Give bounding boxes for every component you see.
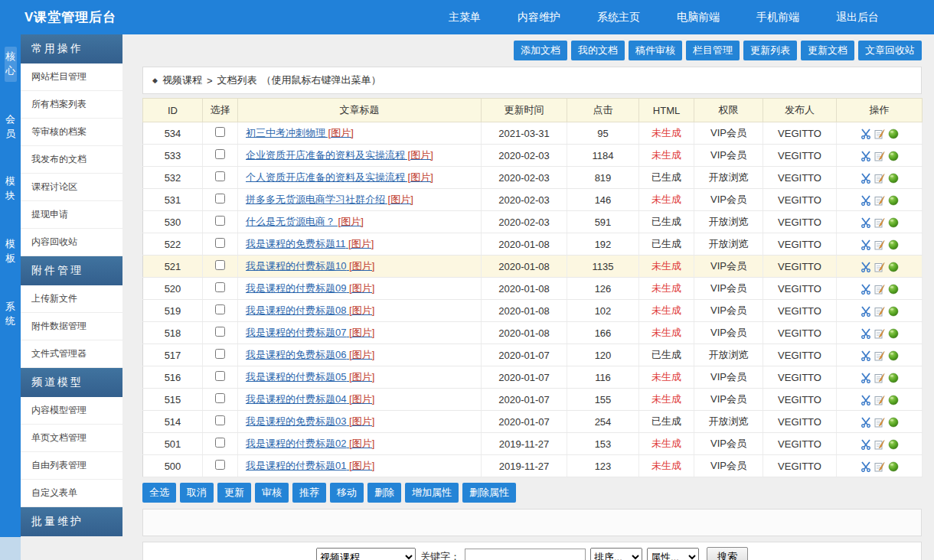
- rail-item[interactable]: 会员: [5, 109, 17, 145]
- channel-select[interactable]: 视频课程: [316, 548, 416, 560]
- article-title-link[interactable]: 我是课程的免费标题06 [图片]: [246, 349, 374, 360]
- row-checkbox[interactable]: [215, 171, 225, 181]
- sidebar-section-title[interactable]: 附件管理: [21, 256, 122, 285]
- edit-icon[interactable]: [874, 439, 885, 450]
- sidebar-item[interactable]: 附件数据管理: [21, 313, 122, 340]
- sidebar-section-title[interactable]: 频道模型: [21, 368, 122, 397]
- batch-action-button[interactable]: 移动: [330, 483, 364, 503]
- quick-edit-icon[interactable]: [861, 306, 871, 317]
- topnav-item[interactable]: 电脑前端: [677, 11, 720, 24]
- topnav-item[interactable]: 退出后台: [836, 11, 879, 24]
- sidebar-item[interactable]: 提现申请: [21, 201, 122, 229]
- row-checkbox[interactable]: [215, 438, 225, 448]
- topnav-item[interactable]: 内容维护: [518, 11, 560, 24]
- row-checkbox[interactable]: [215, 415, 225, 425]
- edit-icon[interactable]: [874, 306, 885, 317]
- quick-edit-icon[interactable]: [861, 217, 871, 228]
- batch-action-button[interactable]: 更新: [217, 483, 251, 503]
- toolbar-button[interactable]: 更新列表: [743, 41, 797, 60]
- preview-icon[interactable]: [888, 173, 899, 184]
- preview-icon[interactable]: [888, 151, 899, 161]
- sidebar-item[interactable]: 上传新文件: [21, 285, 122, 313]
- row-checkbox[interactable]: [215, 349, 225, 359]
- quick-edit-icon[interactable]: [861, 461, 871, 472]
- article-title-link[interactable]: 拼多多无货源电商学习社群介绍 [图片]: [246, 194, 413, 205]
- row-checkbox[interactable]: [215, 238, 225, 248]
- edit-icon[interactable]: [874, 350, 885, 361]
- toolbar-button[interactable]: 更新文档: [801, 41, 854, 60]
- preview-icon[interactable]: [888, 461, 899, 472]
- sidebar-section-title[interactable]: 常用操作: [21, 34, 122, 63]
- edit-icon[interactable]: [874, 328, 885, 339]
- row-checkbox[interactable]: [215, 282, 225, 292]
- batch-action-button[interactable]: 推荐: [292, 483, 326, 503]
- batch-action-button[interactable]: 取消: [180, 483, 214, 503]
- rail-item[interactable]: 模块: [5, 171, 17, 207]
- article-title-link[interactable]: 我是课程的付费标题01 [图片]: [246, 460, 374, 471]
- breadcrumb-channel[interactable]: 视频课程: [162, 73, 202, 87]
- sidebar-item[interactable]: 文件式管理器: [21, 340, 122, 368]
- quick-edit-icon[interactable]: [861, 439, 871, 450]
- batch-action-button[interactable]: 增加属性: [405, 483, 459, 503]
- article-title-link[interactable]: 我是课程的付费标题02 [图片]: [246, 438, 374, 449]
- toolbar-button[interactable]: 文章回收站: [858, 41, 922, 60]
- row-checkbox[interactable]: [215, 460, 225, 470]
- article-title-link[interactable]: 什么是无货源电商？ [图片]: [246, 216, 364, 227]
- article-title-link[interactable]: 我是课程的付费标题09 [图片]: [246, 282, 374, 294]
- sidebar-item[interactable]: 自由列表管理: [21, 452, 122, 480]
- rail-item[interactable]: 模板: [5, 234, 17, 269]
- edit-icon[interactable]: [874, 461, 885, 472]
- row-checkbox[interactable]: [215, 127, 225, 137]
- preview-icon[interactable]: [888, 262, 899, 272]
- rail-item[interactable]: 核心: [5, 47, 17, 82]
- toolbar-button[interactable]: 稿件审核: [629, 41, 682, 60]
- quick-edit-icon[interactable]: [861, 373, 871, 383]
- sidebar-item[interactable]: 所有档案列表: [21, 91, 122, 119]
- quick-edit-icon[interactable]: [861, 239, 871, 250]
- row-checkbox[interactable]: [215, 194, 225, 203]
- sidebar-item[interactable]: 自定义表单: [21, 480, 122, 507]
- preview-icon[interactable]: [888, 284, 899, 295]
- topnav-item[interactable]: 手机前端: [756, 11, 799, 24]
- row-checkbox[interactable]: [215, 327, 225, 337]
- quick-edit-icon[interactable]: [861, 195, 871, 206]
- topnav-item[interactable]: 主菜单: [449, 11, 481, 24]
- sidebar-item[interactable]: 等审核的档案: [21, 119, 122, 146]
- quick-edit-icon[interactable]: [861, 151, 871, 161]
- topnav-item[interactable]: 系统主页: [597, 11, 640, 24]
- row-checkbox[interactable]: [215, 304, 225, 314]
- article-title-link[interactable]: 我是课程的付费标题04 [图片]: [246, 393, 374, 405]
- edit-icon[interactable]: [874, 151, 885, 161]
- preview-icon[interactable]: [888, 395, 899, 405]
- quick-edit-icon[interactable]: [861, 284, 871, 295]
- article-title-link[interactable]: 企业资质开店准备的资料及实操流程 [图片]: [246, 149, 433, 161]
- quick-edit-icon[interactable]: [861, 350, 871, 361]
- quick-edit-icon[interactable]: [861, 262, 871, 272]
- preview-icon[interactable]: [888, 439, 899, 450]
- edit-icon[interactable]: [874, 239, 885, 250]
- quick-edit-icon[interactable]: [861, 129, 871, 139]
- row-checkbox[interactable]: [215, 149, 225, 159]
- edit-icon[interactable]: [874, 195, 885, 206]
- sidebar-item[interactable]: 内容回收站: [21, 229, 122, 256]
- sort-select[interactable]: 排序...: [590, 548, 642, 560]
- quick-edit-icon[interactable]: [861, 173, 871, 184]
- batch-action-button[interactable]: 全选: [142, 483, 176, 503]
- edit-icon[interactable]: [874, 173, 885, 184]
- preview-icon[interactable]: [888, 195, 899, 206]
- preview-icon[interactable]: [888, 328, 899, 339]
- row-checkbox[interactable]: [215, 393, 225, 403]
- rail-item[interactable]: 系统: [5, 297, 17, 332]
- edit-icon[interactable]: [874, 417, 885, 428]
- article-title-link[interactable]: 我是课程的付费标题07 [图片]: [246, 327, 374, 338]
- article-title-link[interactable]: 我是课程的免费标题11 [图片]: [246, 238, 374, 249]
- edit-icon[interactable]: [874, 217, 885, 228]
- edit-icon[interactable]: [874, 284, 885, 295]
- article-title-link[interactable]: 我是课程的付费标题05 [图片]: [246, 371, 374, 383]
- row-checkbox[interactable]: [215, 260, 225, 270]
- row-checkbox[interactable]: [215, 216, 225, 226]
- preview-icon[interactable]: [888, 129, 899, 139]
- batch-action-button[interactable]: 删除属性: [462, 483, 516, 503]
- sidebar-item[interactable]: 网站栏目管理: [21, 63, 122, 91]
- sidebar-item[interactable]: 单页文档管理: [21, 425, 122, 452]
